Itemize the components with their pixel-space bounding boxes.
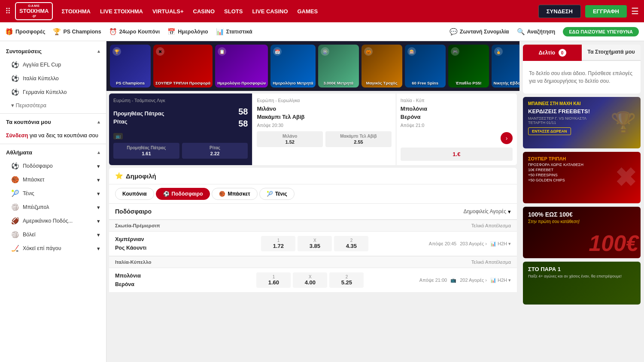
logo-area: ⠿ GAME STOIXHMA .gr <box>5 2 53 20</box>
sec-stats-label: Στατιστικά <box>226 29 252 35</box>
hiberian-team2: Ρος Κάουντι <box>115 244 201 252</box>
match1-odd1-value: 1.61 <box>115 151 178 156</box>
sidebar-item-baseball[interactable]: 🏐 Μπέιζμπολ ▾ <box>0 200 106 214</box>
hiberian-odd2[interactable]: 2 4.35 <box>334 236 368 251</box>
sidebar-item-italia-cup[interactable]: ⚽ Ιταλία Κύπελλο <box>0 72 106 85</box>
match1-score1: 58 <box>238 106 248 118</box>
match2-odd2-btn[interactable]: Μακάμπι Τελ Αβίβ 2.55 <box>325 131 392 147</box>
promo-card-spinner[interactable]: 🎡 3.000€ Μετρητά <box>318 45 359 87</box>
tab-football[interactable]: ⚽ Ποδόσφαιρο <box>156 188 210 200</box>
tab-kouponia[interactable]: Κουπόνια <box>115 188 154 200</box>
bologna-odd2-label: 2 <box>346 275 348 279</box>
sidebar-item-volleyball[interactable]: 🏐 Βόλεϊ ▾ <box>0 228 106 241</box>
hamburger-icon[interactable]: ☰ <box>631 6 639 16</box>
coupons-signin-link[interactable]: Σύνδεση <box>6 133 28 139</box>
betslip-tab-my-bets[interactable]: Τα Στοιχήματά μου <box>582 45 641 61</box>
sec-calendar[interactable]: 📅 Ημερολόγιο <box>167 28 208 36</box>
nav-live-stoixima[interactable]: LIVE ΣΤΟΙΧΗΜΑ <box>100 8 143 15</box>
promo-card-ps-champions[interactable]: 🏆 PS Champions <box>110 45 151 87</box>
promo-card-freespins[interactable]: 🎰 60 Free Spins <box>405 45 446 87</box>
sec-ps-champions[interactable]: 🏆 PS Champions <box>53 28 101 36</box>
hiberian-h2h[interactable]: 📊 H2H ▾ <box>490 241 511 247</box>
match3-time: Απόψε 21:0 <box>401 123 513 128</box>
betslip-tab-deltio[interactable]: Δελτίο 0 <box>523 45 582 61</box>
chart-icon: 📊 <box>490 241 496 247</box>
nav-live-casino[interactable]: LIVE CASINO <box>252 8 288 15</box>
sec-offers[interactable]: 🎁 Προσφορές <box>5 28 45 36</box>
sidebar-item-england-efl[interactable]: ⚽ Αγγλία EFL Cup <box>0 58 106 72</box>
sports-section[interactable]: Αθλήματα ▴ <box>0 146 106 159</box>
match1-odd1-btn[interactable]: Προμηθέας Πάτρας 1.61 <box>113 143 179 159</box>
nav-stoixima[interactable]: ΣΤΟΙΧΗΜΑ <box>61 8 91 15</box>
sec-chat[interactable]: 💬 Ζωντανή Συνομιλία <box>450 28 509 36</box>
sidebar-item-hockey[interactable]: 🏒 Χόκεϊ επί πάγου ▾ <box>0 241 106 255</box>
responsible-play-button[interactable]: ΕΔΩ ΠΑΙΖΟΥΜΕ ΥΠΕΥΘΥΝΑ <box>563 27 639 36</box>
match3-teams: Μπολόνια Βερόνα <box>401 106 513 120</box>
match1-score2: 58 <box>238 118 248 130</box>
shortcuts-section[interactable]: Συντομεύσεις ▴ <box>0 45 106 58</box>
promo-banner-super-tripli[interactable]: ΣΟΥΠΕΡ ΤΡΙΠΛΗ ΠΡΟΣΦΟΡΑ ΧΩΡΙΣ ΚΑΤΑΘΕΣΗ 10… <box>523 152 641 203</box>
sec-search[interactable]: 🔍 Αναζήτηση <box>517 28 556 36</box>
betslip-area: Δελτίο 0 Τα Στοιχήματά μου Το δελτίο σου… <box>523 45 641 94</box>
promo-banner-sto-para-1[interactable]: ΣΤΟ ΠΑΡΑ 1 Παίξε 4+ αγώνες και αν χάσεις… <box>523 262 641 305</box>
nav-slots[interactable]: SLOTS <box>224 8 243 15</box>
match3-next-btn[interactable]: › <box>501 132 513 144</box>
hiberian-markets-count: 203 Αγορές <box>460 241 484 246</box>
coupons-section[interactable]: Τα κουπόνια μου ▴ <box>0 115 106 129</box>
markets-label: Δημοφιλείς Αγορές <box>463 208 506 214</box>
sidebar-item-football[interactable]: ⚽ Ποδόσφαιρο ▾ <box>0 159 106 173</box>
signin-button[interactable]: ΣΥΝΔΕΣΗ <box>538 5 581 18</box>
hiberian-markets[interactable]: 203 Αγορές › <box>460 241 487 246</box>
bologna-oddx[interactable]: Χ 4.00 <box>293 272 327 288</box>
match1-odd2-btn[interactable]: Ρίτας 2.22 <box>182 143 248 159</box>
promo-card-nikitis[interactable]: 🏅 Νικητής Εβδομάδας <box>492 45 519 87</box>
promo-banner-100-bonus[interactable]: 100% ΕΩΣ 100€ Στην πρώτη σου κατάθεση! 1… <box>523 207 641 258</box>
markets-dropdown[interactable]: Δημοφιλείς Αγορές ▾ <box>463 208 511 215</box>
sidebar-item-basket[interactable]: 🏀 Μπάσκετ ▾ <box>0 173 106 187</box>
match2-team1: Μιλάνο <box>257 106 391 112</box>
match1-teams: Προμηθέας Πάτρας Ρίτας <box>113 110 164 125</box>
nav-casino[interactable]: CASINO <box>193 8 215 15</box>
promo-offers-icon: 📋 <box>218 47 226 56</box>
bologna-odd1[interactable]: 1 1.60 <box>256 272 291 288</box>
bologna-h2h[interactable]: 📊 H2H ▾ <box>490 278 511 283</box>
tab-basket[interactable]: 🏀 Μπάσκετ <box>212 188 257 200</box>
register-button[interactable]: ΕΓΓΡΑΦΗ <box>585 5 627 18</box>
am-football-expand: ▾ <box>97 218 100 224</box>
promo-card-epathlon[interactable]: 🎮 Έπαθλο PS5! <box>448 45 489 87</box>
sec-24h-coupon[interactable]: ⏰ 24ωρο Κουπόνι <box>109 28 160 36</box>
match1-team1: Προμηθέας Πάτρας <box>113 110 164 117</box>
promo-card-super-tripli[interactable]: ✖ ΣΟΥΠΕΡ ΤΡΙΠΛΗ Προσφορά <box>153 45 213 87</box>
tab-tenis[interactable]: 🎾 Τένις <box>259 188 295 200</box>
shortcut-efl-label: Αγγλία EFL Cup <box>23 62 61 68</box>
nav-virtuals[interactable]: VIRTUALS+ <box>152 8 184 15</box>
match-card-3: Ιταλία - Κύπ Μπολόνια Βερόνα Απόψε 21:0 … <box>396 94 517 165</box>
hiberian-oddx[interactable]: Χ 3.85 <box>298 236 332 251</box>
promo-card-trick[interactable]: 🎃 Μαγικός Τροχός <box>361 45 402 87</box>
match3-team1: Μπολόνια <box>401 106 513 112</box>
sidebar-item-tenis[interactable]: 🎾 Τένις ▾ <box>0 187 106 200</box>
betslip-tabs: Δελτίο 0 Τα Στοιχήματά μου <box>523 45 641 61</box>
promo-banner-ps-champions[interactable]: ΜΠΑΙΝΕΙΣ ΣΤΗ ΜΑΧΗ ΚΑΙ ΚΕΡΔΙΖΕΙΣ FREEBETS… <box>523 97 641 148</box>
nav-games[interactable]: GAMES <box>298 8 318 15</box>
bologna-markets[interactable]: 202 Αγορές › <box>460 278 487 283</box>
match1-scores: 58 58 <box>238 106 248 130</box>
matches-list: Σκωτία-Πρέμιερσιπ Τελικό Αποτέλεσμα Χιμπ… <box>109 220 517 293</box>
sidebar-item-germany-cup[interactable]: ⚽ Γερμανία Κύπελλο <box>0 85 106 99</box>
more-shortcuts-link[interactable]: ▾ Περισσότερα <box>0 99 106 112</box>
match2-odd1-btn[interactable]: Μιλάνο 1.52 <box>257 131 323 147</box>
grid-icon[interactable]: ⠿ <box>5 6 11 16</box>
site-logo[interactable]: GAME STOIXHMA .gr <box>15 2 53 20</box>
sec-stats[interactable]: 📊 Στατιστικά <box>216 28 252 36</box>
bologna-odd2[interactable]: 2 5.25 <box>329 272 364 288</box>
banner1-cta-button[interactable]: ΕΝΤΑΣΣΕ ΔΩΡΕΑΝ <box>528 127 571 135</box>
promo-card-calendar[interactable]: 📅 Ημερολόγιο Μετρητά <box>270 45 315 87</box>
tenis-sport-icon: 🎾 <box>11 190 19 197</box>
tab-basket-icon: 🏀 <box>219 191 225 197</box>
tab-tenis-label: Τένις <box>275 191 287 197</box>
sidebar-item-american-football[interactable]: 🏈 Αμερικάνικο Ποδός... ▾ <box>0 214 106 228</box>
promo-card-offers[interactable]: 📋 Ημερολόγιο Προσφορών <box>215 45 268 87</box>
sport-am-football-label: Αμερικάνικο Ποδός... <box>23 218 73 224</box>
main-layout: Συντομεύσεις ▴ ⚽ Αγγλία EFL Cup ⚽ Ιταλία… <box>0 41 644 362</box>
hiberian-odd1[interactable]: 1 1.72 <box>261 236 295 251</box>
